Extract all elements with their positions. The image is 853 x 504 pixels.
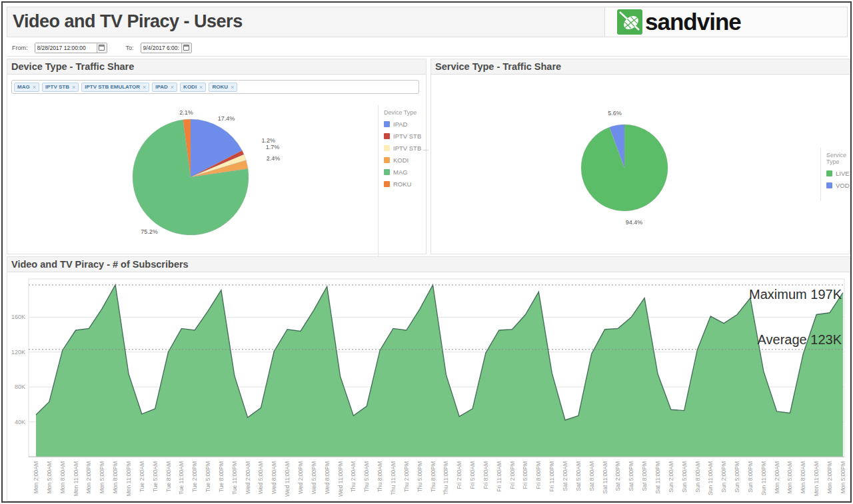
remove-tag-icon[interactable]: × <box>199 84 203 91</box>
x-axis-tick-label: Mon 2:00PM <box>826 461 833 493</box>
x-axis-tick-label: Sun 8:00PM <box>747 461 754 493</box>
legend-swatch-icon <box>384 145 390 151</box>
filter-tag[interactable]: KODI× <box>180 83 206 92</box>
service-panel-content: 94.4%5.6% Service TypeLIVEVOD <box>431 75 850 254</box>
filter-tag[interactable]: IPTV STB× <box>42 83 79 92</box>
x-axis-tick-label: Mon 11:00AM <box>813 461 820 496</box>
annotation-label: Maximum 197K <box>749 287 842 302</box>
brand-name: sandvine <box>645 9 741 35</box>
filter-tag[interactable]: ROKU× <box>209 83 237 92</box>
remove-tag-icon[interactable]: × <box>171 84 174 91</box>
to-label: To: <box>126 45 134 51</box>
device-filter-input[interactable]: MAG×IPTV STB×IPTV STB EMULATOR×IPAD×KODI… <box>11 80 419 94</box>
service-type-panel: Service Type - Traffic Share 94.4%5.6% S… <box>430 59 850 254</box>
x-axis-tick-label: Tue 5:00PM <box>205 461 211 492</box>
subscribers-panel-title: Video and TV Piracy - # of Subscribers <box>7 257 850 272</box>
x-axis-tick-label: Fri 5:00AM <box>469 461 476 489</box>
device-type-panel: Device Type - Traffic Share MAG×IPTV STB… <box>7 59 426 254</box>
x-axis-tick-label: Mon 5:00AM <box>46 461 53 493</box>
filter-tag[interactable]: MAG× <box>14 83 39 92</box>
x-axis-tick-label: Fri 11:00PM <box>548 461 555 492</box>
pie-slice-label: 1.2% <box>261 137 275 144</box>
calendar-icon <box>99 45 105 51</box>
remove-tag-icon[interactable]: × <box>231 84 234 91</box>
legend-item[interactable]: ROKU <box>384 180 426 188</box>
annotation-label: Average 123K <box>758 332 842 347</box>
x-axis-tick-label: Fri 2:00PM <box>509 461 516 489</box>
legend-label: IPTV STB ... <box>393 144 428 152</box>
filter-tag[interactable]: IPTV STB EMULATOR× <box>81 83 149 92</box>
legend-item[interactable]: IPTV STB <box>384 132 426 140</box>
legend-item[interactable]: MAG <box>384 168 426 176</box>
remove-tag-icon[interactable]: × <box>72 84 75 91</box>
legend-swatch-icon <box>384 157 390 163</box>
legend-swatch-icon <box>826 170 832 176</box>
legend-label: IPTV STB <box>393 132 421 140</box>
x-axis-tick-label: Sun 11:00AM <box>707 461 714 495</box>
x-axis-tick-label: Tue 2:00PM <box>191 461 198 492</box>
pie-slice-label: 75.2% <box>141 228 158 235</box>
x-axis-tick-label: Wed 2:00AM <box>245 461 251 494</box>
header: Video and TV Piracy - Users sandvine <box>7 7 848 37</box>
device-pie-chart: 17.4%1.2%1.7%2.4%75.2%2.1% <box>7 95 378 254</box>
x-axis-tick-label: Mon 11:00PM <box>125 461 132 496</box>
x-axis-tick-label: Tue 5:00AM <box>152 461 159 492</box>
legend-item[interactable]: IPTV STB ... <box>384 144 426 152</box>
x-axis-tick-label: Sat 8:00AM <box>588 461 595 491</box>
page-title: Video and TV Piracy - Users <box>13 11 243 32</box>
x-axis-tick-label: Wed 8:00AM <box>271 461 277 494</box>
x-axis-tick-label: Fri 5:00PM <box>522 461 528 489</box>
x-axis-tick-label: Tue 8:00PM <box>218 461 225 492</box>
x-axis-tick-label: Wed 5:00PM <box>311 461 317 494</box>
legend-label: VOD <box>836 182 850 189</box>
remove-tag-icon[interactable]: × <box>33 84 36 91</box>
legend-label: KODI <box>393 156 409 164</box>
x-axis-tick-label: Mon 2:00PM <box>85 461 92 493</box>
filter-tag-label: IPAD <box>155 84 168 90</box>
x-axis-tick-label: Wed 2:00PM <box>297 461 304 494</box>
x-axis-tick-label: Sat 5:00PM <box>628 461 634 491</box>
legend-label: MAG <box>393 168 408 176</box>
x-axis-tick-label: Sat 2:00PM <box>614 461 621 491</box>
to-date-input[interactable] <box>141 43 181 53</box>
x-axis-tick-label: Wed 11:00PM <box>337 461 344 497</box>
filter-tag-label: IPTV STB <box>45 84 69 90</box>
x-axis-tick-label: Mon 5:00AM <box>786 461 793 493</box>
to-date-group <box>141 43 192 53</box>
filter-tag-label: IPTV STB EMULATOR <box>85 84 140 90</box>
x-axis-tick-label: Tue 11:00PM <box>231 461 238 495</box>
y-axis-tick-label: 40K <box>15 419 25 425</box>
filter-tag[interactable]: IPAD× <box>152 83 177 92</box>
legend-label: LIVE <box>836 170 850 177</box>
x-axis-tick-label: Mon 2:00AM <box>774 461 780 493</box>
device-panel-content: MAG×IPTV STB×IPTV STB EMULATOR×IPAD×KODI… <box>7 75 426 254</box>
filter-tag-label: KODI <box>183 84 197 90</box>
legend-item[interactable]: VOD <box>826 182 850 189</box>
x-axis-tick-label: Mon 2:00AM <box>33 461 39 493</box>
service-panel-title: Service Type - Traffic Share <box>431 59 850 75</box>
pie-slice-label: 94.4% <box>626 219 643 226</box>
legend-item[interactable]: LIVE <box>826 170 850 177</box>
x-axis-tick-label: Mon 5:00PM <box>99 461 105 493</box>
x-axis-tick-label: Tue 8:00AM <box>165 461 172 492</box>
dashboard: Video and TV Piracy - Users sandvine Fro… <box>1 1 852 503</box>
x-axis-tick-label: Sat 8:00PM <box>641 461 648 491</box>
x-axis-tick-label: Sat 2:00AM <box>562 461 568 491</box>
pie-slice-label: 5.6% <box>608 110 622 117</box>
legend-item[interactable]: KODI <box>384 156 426 164</box>
from-date-input[interactable] <box>35 43 97 53</box>
x-axis-tick-label: Thu 11:00AM <box>390 461 397 495</box>
from-calendar-button[interactable] <box>97 43 107 53</box>
legend-item[interactable]: IPAD <box>384 121 426 128</box>
x-axis-tick-label: Thu 11:00PM <box>442 461 449 495</box>
legend-swatch-icon <box>384 169 390 175</box>
pie-slice-label: 1.7% <box>266 144 280 150</box>
to-calendar-button[interactable] <box>181 43 191 53</box>
x-axis-tick-label: Mon 11:00AM <box>73 461 79 496</box>
x-axis-tick-label: Sat 11:00AM <box>602 461 608 494</box>
legend-swatch-icon <box>384 121 390 127</box>
remove-tag-icon[interactable]: × <box>143 84 146 91</box>
x-axis-tick-label: Thu 5:00PM <box>417 461 423 492</box>
x-axis-tick-label: Fri 8:00PM <box>535 461 542 489</box>
x-axis-tick-label: Mon 5:00PM <box>840 461 846 493</box>
